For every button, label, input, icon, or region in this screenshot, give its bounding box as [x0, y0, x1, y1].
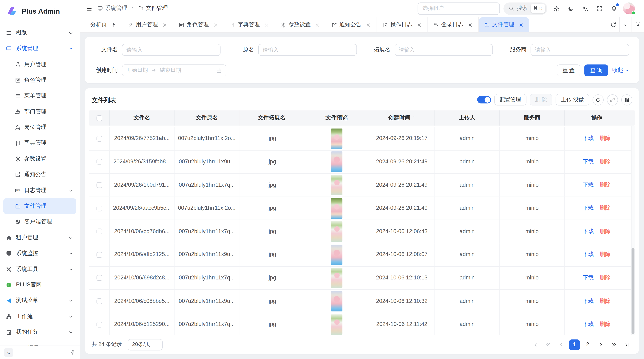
tab[interactable]: 分析页 — [85, 17, 122, 32]
sidebar-subitem[interactable]: 字典管理 — [0, 135, 80, 151]
tab-close-icon[interactable] — [162, 22, 167, 28]
sidebar-collapse-button[interactable]: « — [4, 348, 13, 357]
content-fullscreen-button[interactable] — [632, 17, 644, 32]
delete-link[interactable]: 删除 — [600, 204, 610, 212]
breadcrumb-current[interactable]: 文件管理 — [138, 4, 168, 12]
jump-back-button[interactable] — [543, 339, 554, 350]
sidebar-subitem[interactable]: 文件管理 — [3, 198, 76, 214]
download-link[interactable]: 下载 — [583, 135, 594, 142]
row-checkbox[interactable] — [96, 136, 102, 141]
prev-page-button[interactable] — [556, 339, 567, 350]
date-range-picker[interactable]: 开始日期 结束日期 — [122, 64, 226, 76]
tab-close-icon[interactable] — [467, 22, 473, 28]
pin-icon[interactable] — [111, 22, 116, 28]
download-link[interactable]: 下载 — [583, 297, 594, 305]
tab-close-icon[interactable] — [365, 22, 371, 28]
expand-table-button[interactable] — [607, 94, 618, 105]
file-preview-thumbnail[interactable] — [331, 221, 342, 242]
tab[interactable]: 用户管理 — [122, 17, 173, 32]
delete-link[interactable]: 删除 — [600, 297, 610, 305]
tab-menu-button[interactable] — [619, 17, 632, 32]
sort-icon[interactable] — [412, 115, 416, 121]
page-number-button[interactable]: 2 — [582, 339, 593, 350]
file-preview-thumbnail[interactable] — [331, 198, 342, 219]
page-number-button[interactable]: 1 — [569, 339, 580, 350]
download-link[interactable]: 下载 — [583, 228, 594, 235]
first-page-button[interactable] — [530, 339, 540, 350]
tab[interactable]: 登录日志 — [428, 17, 479, 32]
column-header[interactable]: 文件名 — [110, 110, 174, 125]
delete-link[interactable]: 删除 — [600, 135, 610, 142]
file-preview-thumbnail[interactable] — [331, 291, 342, 312]
refresh-tab-button[interactable] — [607, 17, 619, 32]
sidebar-subitem[interactable]: 参数设置 — [0, 151, 80, 167]
column-header[interactable]: 文件原名 — [174, 110, 240, 125]
reset-button[interactable]: 重 置 — [557, 64, 580, 76]
column-header[interactable]: 上传人 — [435, 110, 500, 125]
table-scrollbar-track[interactable] — [631, 125, 635, 335]
download-link[interactable]: 下载 — [583, 158, 594, 166]
file-preview-thumbnail[interactable] — [331, 268, 342, 288]
tab[interactable]: 操作日志 — [377, 17, 428, 32]
sidebar-item[interactable]: 租户管理 — [0, 230, 80, 246]
download-link[interactable]: 下载 — [583, 321, 594, 328]
filter-field-input[interactable] — [530, 44, 629, 56]
sidebar-item[interactable]: 概览 — [0, 25, 80, 41]
download-link[interactable]: 下载 — [583, 204, 594, 212]
notifications-button[interactable] — [608, 3, 619, 14]
column-header[interactable]: 文件拓展名 — [239, 110, 304, 125]
tab-close-icon[interactable] — [416, 22, 422, 28]
sidebar-item[interactable]: 系统工具 — [0, 261, 80, 277]
sidebar-subitem[interactable]: 部门管理 — [0, 104, 80, 120]
sidebar-item[interactable]: 工作流 — [0, 309, 80, 324]
row-checkbox[interactable] — [96, 159, 102, 165]
delete-link[interactable]: 删除 — [600, 274, 610, 282]
config-manage-button[interactable]: 配置管理 — [494, 94, 526, 105]
tab[interactable]: 角色管理 — [173, 17, 224, 32]
search-button[interactable]: 查 询 — [584, 64, 608, 76]
menu-toggle-icon[interactable] — [86, 5, 92, 12]
delete-link[interactable]: 删除 — [600, 321, 610, 328]
tab-close-icon[interactable] — [264, 22, 269, 28]
sidebar-subitem[interactable]: 岗位管理 — [0, 120, 80, 135]
column-settings-button[interactable] — [621, 94, 632, 105]
delete-link[interactable]: 删除 — [600, 251, 610, 259]
sidebar-subitem[interactable]: 角色管理 — [0, 72, 80, 88]
column-header[interactable]: 文件预览 — [304, 110, 369, 125]
tab-close-icon[interactable] — [314, 22, 320, 28]
row-checkbox[interactable] — [96, 182, 102, 188]
filter-field-input[interactable] — [394, 44, 493, 56]
row-checkbox[interactable] — [96, 275, 102, 281]
file-preview-thumbnail[interactable] — [331, 245, 342, 265]
sidebar-subitem[interactable]: 通知公告 — [0, 167, 80, 183]
column-header[interactable]: 操作 — [564, 110, 629, 125]
file-preview-thumbnail[interactable] — [331, 128, 342, 149]
tab-close-icon[interactable] — [518, 22, 524, 28]
download-link[interactable]: 下载 — [583, 251, 594, 259]
sidebar-subitem[interactable]: 客户端管理 — [0, 214, 80, 230]
next-page-button[interactable] — [595, 339, 606, 350]
delete-link[interactable]: 删除 — [600, 228, 610, 235]
filter-field-input[interactable] — [122, 44, 220, 56]
breadcrumb-parent[interactable]: 系统管理 — [97, 4, 127, 12]
last-page-button[interactable] — [622, 339, 632, 350]
upload-button[interactable]: 上传 没做 — [556, 94, 589, 105]
tenant-select[interactable]: 选择租户 — [418, 2, 500, 15]
dark-mode-button[interactable] — [566, 3, 576, 14]
jump-forward-button[interactable] — [608, 339, 619, 350]
row-checkbox[interactable] — [96, 205, 102, 211]
file-preview-thumbnail[interactable] — [331, 314, 342, 335]
row-checkbox[interactable] — [96, 322, 102, 327]
collapse-filter-link[interactable]: 收起 — [612, 66, 629, 74]
sidebar-item[interactable]: 测试菜单 — [0, 293, 80, 309]
fullscreen-button[interactable] — [594, 3, 605, 14]
sidebar-subitem[interactable]: 日志管理 — [0, 183, 80, 198]
row-checkbox[interactable] — [96, 252, 102, 258]
tab[interactable]: 通知公告 — [326, 17, 377, 32]
download-link[interactable]: 下载 — [583, 274, 594, 282]
settings-button[interactable] — [551, 3, 562, 14]
column-header[interactable]: 服务商 — [500, 110, 565, 125]
file-preview-thumbnail[interactable] — [331, 152, 342, 172]
filter-field-input[interactable] — [258, 44, 356, 56]
row-checkbox[interactable] — [96, 229, 102, 234]
